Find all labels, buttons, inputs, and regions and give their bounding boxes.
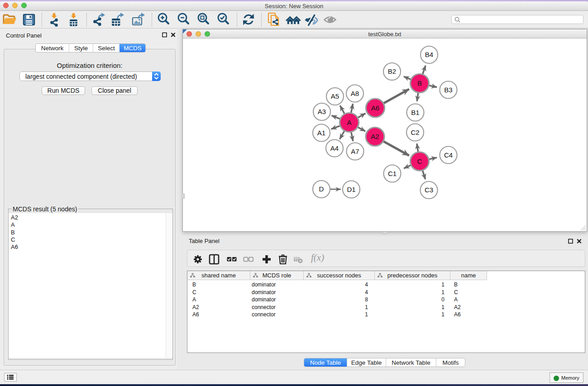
svg-text:A1: A1 <box>317 129 325 137</box>
svg-text:B1: B1 <box>411 109 419 116</box>
svg-text:A4: A4 <box>330 144 339 152</box>
svg-text:A5: A5 <box>331 92 339 100</box>
svg-text:C1: C1 <box>388 170 397 177</box>
svg-text:C: C <box>417 157 422 165</box>
svg-text:B: B <box>417 79 422 87</box>
svg-text:B3: B3 <box>444 86 452 94</box>
svg-text:B4: B4 <box>425 51 433 58</box>
svg-text:A6: A6 <box>371 104 379 112</box>
svg-text:C3: C3 <box>425 186 433 194</box>
svg-text:A: A <box>347 119 351 126</box>
svg-text:C2: C2 <box>411 129 419 136</box>
svg-text:D1: D1 <box>347 186 355 193</box>
svg-text:A7: A7 <box>351 148 359 155</box>
svg-text:D: D <box>319 185 324 193</box>
svg-text:A2: A2 <box>371 133 379 140</box>
svg-text:B2: B2 <box>388 67 396 75</box>
svg-text:A8: A8 <box>351 90 359 97</box>
svg-text:A3: A3 <box>318 108 326 115</box>
svg-text:C4: C4 <box>444 151 453 159</box>
